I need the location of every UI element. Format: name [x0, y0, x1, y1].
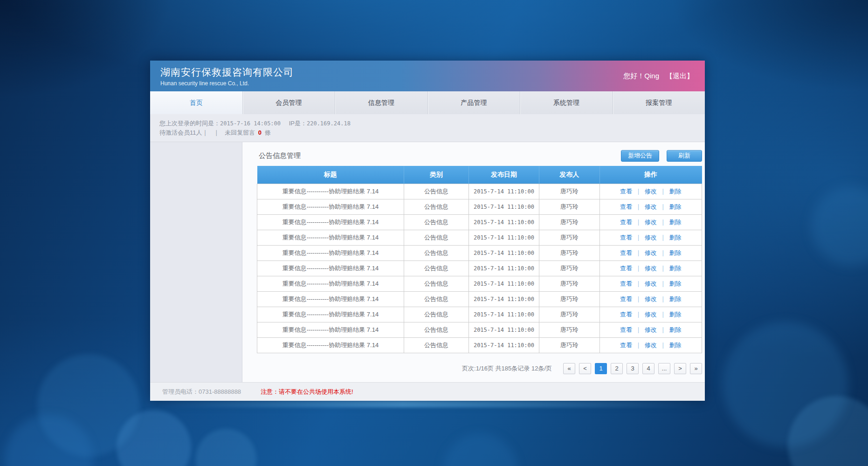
action-separator: ｜: [660, 249, 666, 256]
card-bottom-glow: [156, 400, 704, 407]
page-button-page-1[interactable]: 1: [595, 363, 607, 374]
unreplied-label: 未回复留言: [225, 129, 255, 136]
action-separator: ｜: [635, 265, 641, 272]
view-link[interactable]: 查看: [620, 188, 632, 195]
edit-link[interactable]: 修改: [645, 295, 657, 302]
cell-category: 公告信息: [404, 307, 468, 322]
cell-publisher: 唐巧玲: [539, 260, 599, 276]
delete-link[interactable]: 删除: [669, 203, 682, 210]
table-row: 重要信息-----------协助理赔结果 7.14公告信息2015-7-14 …: [257, 291, 702, 307]
edit-link[interactable]: 修改: [645, 188, 657, 195]
edit-link[interactable]: 修改: [645, 234, 657, 241]
cell-category: 公告信息: [404, 260, 468, 276]
cell-publisher: 唐巧玲: [539, 337, 599, 353]
view-link[interactable]: 查看: [620, 342, 632, 349]
column-header: 发布日期: [469, 166, 539, 184]
edit-link[interactable]: 修改: [645, 342, 657, 349]
edit-link[interactable]: 修改: [645, 219, 657, 226]
table-row: 重要信息-----------协助理赔结果 7.14公告信息2015-7-14 …: [257, 199, 702, 214]
edit-link[interactable]: 修改: [645, 280, 657, 287]
nav-tab-system[interactable]: 系统管理: [520, 91, 613, 114]
delete-link[interactable]: 删除: [669, 295, 682, 302]
cell-publisher: 唐巧玲: [539, 230, 599, 245]
logout-button[interactable]: 【退出】: [666, 72, 694, 81]
bokeh-circle: [811, 186, 868, 266]
nav-tab-members[interactable]: 会员管理: [243, 91, 336, 114]
delete-link[interactable]: 删除: [669, 311, 682, 318]
table-row: 重要信息-----------协助理赔结果 7.14公告信息2015-7-14 …: [257, 260, 702, 276]
view-link[interactable]: 查看: [620, 280, 632, 287]
delete-link[interactable]: 删除: [669, 249, 682, 256]
pagination-bar: 页次:1/16页 共185条记录 12条/页 «<1234...>»: [257, 363, 702, 374]
edit-link[interactable]: 修改: [645, 203, 657, 210]
desktop-background: 湖南安行保救援咨询有限公司 Hunan security line rescue…: [0, 0, 868, 466]
cell-date: 2015-7-14 11:10:00: [469, 260, 539, 276]
table-row: 重要信息-----------协助理赔结果 7.14公告信息2015-7-14 …: [257, 214, 702, 230]
delete-link[interactable]: 删除: [669, 326, 682, 333]
page-button-page-4[interactable]: 4: [642, 363, 654, 374]
view-link[interactable]: 查看: [620, 326, 632, 333]
cell-date: 2015-7-14 11:10:00: [469, 199, 539, 214]
view-link[interactable]: 查看: [620, 234, 632, 241]
action-separator: ｜: [660, 265, 666, 272]
delete-link[interactable]: 删除: [669, 342, 682, 349]
page-button-last[interactable]: »: [690, 363, 702, 374]
view-link[interactable]: 查看: [620, 295, 632, 302]
edit-link[interactable]: 修改: [645, 311, 657, 318]
nav-tab-products[interactable]: 产品管理: [428, 91, 521, 114]
delete-link[interactable]: 删除: [669, 234, 682, 241]
announcement-table: 标题类别发布日期发布人操作 重要信息-----------协助理赔结果 7.14…: [257, 166, 702, 353]
edit-link[interactable]: 修改: [645, 265, 657, 272]
action-separator: ｜: [660, 280, 666, 287]
nav-tab-information[interactable]: 信息管理: [335, 91, 428, 114]
cell-date: 2015-7-14 11:10:00: [469, 307, 539, 322]
cell-date: 2015-7-14 11:10:00: [469, 322, 539, 337]
page-button-ellipsis[interactable]: ...: [658, 363, 670, 374]
cell-category: 公告信息: [404, 184, 468, 199]
add-announcement-button[interactable]: 新增公告: [621, 150, 659, 162]
cell-date: 2015-7-14 11:10:00: [469, 337, 539, 353]
last-login-time: 2015-7-16 14:05:00: [220, 120, 281, 127]
pending-members: 待激活会员11人｜: [159, 129, 208, 136]
view-link[interactable]: 查看: [620, 219, 632, 226]
cell-category: 公告信息: [404, 199, 468, 214]
user-area: 您好！Qing 【退出】: [623, 72, 694, 81]
column-header: 操作: [599, 166, 702, 184]
nav-tab-report[interactable]: 报案管理: [613, 91, 705, 114]
action-separator: ｜: [660, 188, 666, 195]
page-button-page-2[interactable]: 2: [611, 363, 623, 374]
table-row: 重要信息-----------协助理赔结果 7.14公告信息2015-7-14 …: [257, 184, 702, 199]
view-link[interactable]: 查看: [620, 311, 632, 318]
page-button-page-3[interactable]: 3: [627, 363, 639, 374]
view-link[interactable]: 查看: [620, 249, 632, 256]
action-separator: ｜: [660, 295, 666, 302]
delete-link[interactable]: 删除: [669, 188, 682, 195]
cell-actions: 查看｜修改｜删除: [599, 337, 702, 353]
refresh-button[interactable]: 刷新: [667, 150, 702, 162]
nav-tab-home[interactable]: 首页: [150, 91, 243, 114]
action-separator: ｜: [635, 234, 641, 241]
cell-actions: 查看｜修改｜删除: [599, 245, 702, 260]
delete-link[interactable]: 删除: [669, 280, 682, 287]
cell-title: 重要信息-----------协助理赔结果 7.14: [257, 291, 404, 307]
cell-category: 公告信息: [404, 245, 468, 260]
cell-title: 重要信息-----------协助理赔结果 7.14: [257, 337, 404, 353]
cell-title: 重要信息-----------协助理赔结果 7.14: [257, 245, 404, 260]
view-link[interactable]: 查看: [620, 265, 632, 272]
action-separator: ｜: [635, 203, 641, 210]
cell-category: 公告信息: [404, 337, 468, 353]
cell-title: 重要信息-----------协助理赔结果 7.14: [257, 260, 404, 276]
edit-link[interactable]: 修改: [645, 326, 657, 333]
edit-link[interactable]: 修改: [645, 249, 657, 256]
page-button-first[interactable]: «: [563, 363, 575, 374]
cell-category: 公告信息: [404, 230, 468, 245]
column-header: 发布人: [539, 166, 599, 184]
cell-publisher: 唐巧玲: [539, 199, 599, 214]
page-button-prev[interactable]: <: [579, 363, 591, 374]
action-separator: ｜: [660, 326, 666, 333]
view-link[interactable]: 查看: [620, 203, 632, 210]
company-name: 湖南安行保救援咨询有限公司: [160, 66, 294, 79]
delete-link[interactable]: 删除: [669, 219, 682, 226]
page-button-next[interactable]: >: [674, 363, 686, 374]
delete-link[interactable]: 删除: [669, 265, 682, 272]
